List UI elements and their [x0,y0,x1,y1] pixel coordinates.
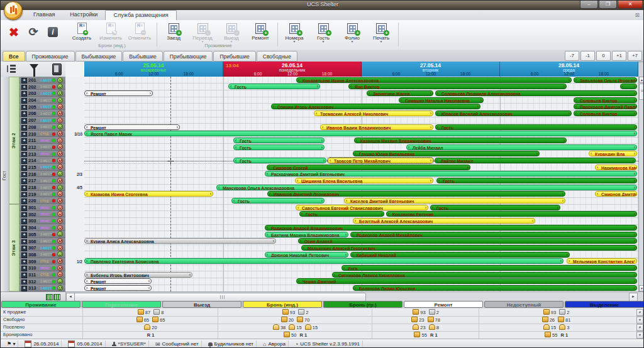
room-row-206[interactable]: +2062-МЕСТ [19,110,65,117]
room-row-305[interactable]: +3052-МЕСТ [19,231,65,238]
room-row-302[interactable]: +302ЛЮКС [19,211,65,218]
expand-icon[interactable]: + [21,205,27,211]
room-row-220[interactable]: +220СТУД [19,197,65,204]
room-row-311[interactable]: +311СТУД [19,271,65,278]
room-row-208[interactable]: +2082-МЕСТ [19,124,65,131]
nav-button-+7[interactable]: +7 [628,51,642,61]
gantt-bar[interactable]: Кабицкий Николай [350,252,570,258]
expand-icon[interactable]: + [21,232,27,238]
gantt-bar[interactable]: Родионов Андрей Михайлович [350,232,637,237]
gantt-bar[interactable]: Нариманова Кам [595,165,637,170]
expand-icon[interactable]: + [21,132,27,138]
gantt-bar[interactable]: Яцо Виктор [348,84,567,89]
gantt-bar[interactable]: Курандин Вла [589,151,637,156]
gantt-bar[interactable]: Пароходов Дмитрий Павлович [574,104,637,109]
filter-tab-3[interactable]: Выбывшие [123,51,163,62]
scroll-up-icon[interactable]: ▲ [639,77,644,83]
legend-0[interactable]: Проживание [1,301,80,308]
gantt-bar[interactable]: Глушко Юлия Витальевна [353,151,540,156]
expand-icon[interactable]: + [21,273,27,278]
room-row-214[interactable]: +2142-МЕСТ [19,157,65,164]
gantt-bar[interactable]: Завьялова Ольга Игоревна [574,77,637,83]
timeline-header[interactable]: 25.05.14воскресенье6:0012:0018:0026.05.1… [84,62,638,77]
filter-tab-6[interactable]: Свободные [257,51,297,62]
gantt-bar[interactable]: Смирнов Дмитри [595,191,637,197]
toolbar-button-создать[interactable]: R≡+Создать [69,21,95,41]
gantt-bar[interactable]: Тремаскин Алексей Николаевич [314,111,433,116]
room-row-205[interactable]: +2051-МЕСТ [19,104,65,111]
gantt-bar[interactable]: Павленко Екатерина Борисовна [84,258,564,264]
filter-tab-2[interactable]: Выбывающие [75,51,123,62]
expand-icon[interactable]: + [21,259,27,265]
day-header-28.05.14[interactable]: 28.05.14среда6:0012:0018:00 [500,62,638,77]
gantt-bar[interactable]: Соловьев Виктор [574,97,637,103]
room-row-211[interactable]: +211ЛЮКС [19,137,65,144]
room-row-218[interactable]: +2182-МЕСТ [19,184,65,191]
room-row-203[interactable]: +2031-МЕСТ [19,90,65,97]
expand-icon[interactable]: + [21,198,27,204]
expand-icon[interactable]: + [21,105,27,111]
stats-row-button[interactable]: # [636,324,643,331]
gantt-bar[interactable]: Заонегина Жанна [367,90,433,96]
gantt-bar[interactable]: Гость [231,198,325,204]
legend-6[interactable]: Недоступный [484,301,564,308]
gantt-bar[interactable]: Расходчиков Дмитрий Евгеньевич [265,171,637,177]
filter-tab-1[interactable]: Проживающие [26,51,75,62]
nav-button-+1[interactable]: +1 [612,51,626,61]
day-header-26.05.14[interactable]: 26.05.14понедельник13:046:0012:0018:00 [223,62,362,77]
legend-1[interactable]: Переселение [82,301,161,308]
toolbar-button-заезд[interactable]: +Заезд [160,21,187,43]
gantt-bar[interactable]: Гость [435,124,637,130]
room-row-210[interactable]: +210СТУД [19,131,65,138]
gantt-bar[interactable]: Белянова Лилия Юрьевна [353,285,637,291]
expand-icon[interactable]: + [21,219,27,224]
gantt-bar[interactable]: Кондратьева Ирина Александровна [296,77,572,83]
expand-icon[interactable]: + [21,226,27,231]
gantt-bar[interactable]: Гость [233,158,326,163]
expand-icon[interactable]: + [21,111,27,117]
expand-icon[interactable]: + [21,185,27,191]
vertical-scrollbar[interactable]: ▲ ▼ [638,77,644,291]
expand-icon[interactable]: + [21,158,27,164]
room-row-303[interactable]: +303ЛЮКС [19,217,65,224]
gantt-bar[interactable]: Безуглый Алексей Александрович [353,218,535,224]
expand-icon[interactable]: + [21,125,27,131]
gantt-bar[interactable]: Малькевич Алексей Георгиевич [301,245,637,251]
room-row-204[interactable]: +2042-МЕСТ [19,97,65,104]
close-button[interactable]: ✕ [618,1,643,9]
floor-group-Этаж 2[interactable]: Этаж 2 [9,77,19,204]
expand-icon[interactable]: + [21,178,27,184]
ribbon-tab-0[interactable]: Главная [26,10,62,20]
room-row-306[interactable]: +3062-МЕСТ [19,238,65,245]
room-row-219[interactable]: +2192-МЕСТ [19,191,65,198]
mini-grid-icon[interactable] [46,294,53,300]
expand-icon[interactable]: + [21,246,27,251]
minimize-button[interactable]: – [580,1,598,9]
gantt-bar[interactable]: Бахтина Марина Владимировна [265,232,348,237]
filter-tab-5[interactable]: Прибывшие [213,51,255,62]
nav-button-0[interactable]: 0 [596,51,611,61]
ribbon-tab-1[interactable]: Настройки [62,10,105,20]
room-row-217[interactable]: +2172-МЕСТ [19,177,65,184]
expand-icon[interactable]: + [21,98,27,104]
statusbar-item-4[interactable]: ✉Сообщений нет [153,340,202,348]
gantt-bar[interactable]: Дрюнов Николай Петрович [265,252,348,258]
gantt-bar[interactable]: Гость [233,138,325,143]
toolbar-button-фолио[interactable]: +Фолио▼ [339,21,365,43]
expand-icon[interactable]: + [21,212,27,218]
nav-button--1[interactable]: -1 [580,51,595,61]
room-row-213[interactable]: +213ЛЮКС [19,151,65,158]
ribbon-corner-icon[interactable]: ⊠ [635,12,640,18]
room-row-304[interactable]: +304ЛЮКС [19,224,65,231]
legend-2[interactable]: Выезд [162,301,242,308]
day-header-25.05.14[interactable]: 25.05.14воскресенье6:0012:0018:00 [84,62,223,77]
statusbar-item-0[interactable]: ⚑ ▾ [4,340,18,348]
room-row-207[interactable]: +2071-МЕСТ [19,117,65,124]
title-bar[interactable]: UCS Shelter – ❐ ✕ [1,1,644,10]
gantt-bar[interactable]: Иванцов Дмитрий Леонидович [267,191,565,197]
room-row-215[interactable]: +2151-МЕСТ [19,164,65,171]
gantt-bar[interactable]: Осин Андрей [298,238,637,244]
expand-icon[interactable]: + [21,91,27,97]
gantt-bar[interactable]: Шишкина Елена Васильевна [295,178,433,183]
room-row-216[interactable]: +2162-МЕСТ [19,171,65,178]
